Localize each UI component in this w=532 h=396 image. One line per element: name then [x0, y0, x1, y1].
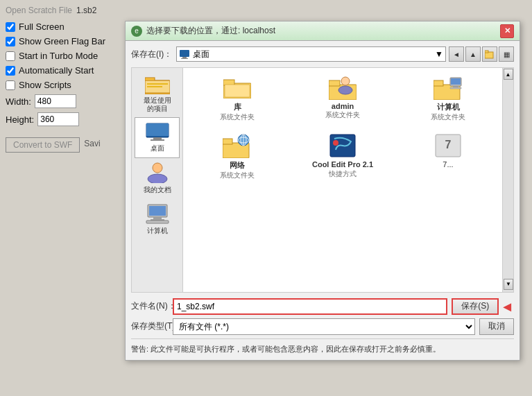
svg-rect-17 [149, 206, 166, 216]
sidebar-desktop-label: 桌面 [151, 144, 164, 153]
width-field-row: Width: [6, 92, 123, 110]
filename-row: 文件名(N)： 保存(S) ◄ [131, 298, 514, 315]
svg-rect-23 [225, 85, 250, 97]
svg-rect-12 [153, 137, 162, 139]
file-item-library[interactable]: 库 系统文件夹 [186, 71, 289, 126]
sidebar-item-documents[interactable]: 我的文档 [135, 158, 180, 199]
sidebar-item-desktop[interactable]: 桌面 [135, 117, 180, 158]
show-scripts-option: Show Scripts [6, 78, 123, 92]
svg-rect-29 [434, 80, 443, 86]
nav-back-button[interactable]: ◄ [449, 46, 464, 62]
bottom-rows: 文件名(N)： 保存(S) ◄ 保存类型(T)： 所有文件 (*.*) 取消 警… [131, 298, 514, 355]
green-flag-checkbox[interactable] [6, 37, 15, 46]
width-input[interactable] [35, 94, 76, 108]
library-type: 系统文件夹 [220, 112, 255, 122]
left-panel: Open Scratch File 1.sb2 Full Screen Show… [0, 0, 128, 396]
file-item-computer-folder[interactable]: 计算机 系统文件夹 [397, 71, 499, 126]
svg-point-26 [341, 77, 350, 85]
sidebar-computer-label: 计算机 [147, 226, 168, 236]
dialog-titlebar: e 选择要下载的位置，通过: localhost ✕ [126, 21, 520, 41]
full-screen-checkbox[interactable] [6, 22, 15, 32]
file-item-cooledit[interactable]: Cool Edit Pro 2.1 快捷方式 [291, 129, 394, 184]
filename-label: 文件名(N)： [131, 300, 173, 312]
width-label: Width: [6, 96, 31, 107]
svg-rect-32 [453, 86, 458, 87]
scrollbar[interactable]: ▲ ▼ [502, 68, 513, 292]
svg-point-14 [153, 163, 162, 173]
filename-input[interactable] [173, 298, 447, 315]
save-button[interactable]: 保存(S) [452, 298, 499, 315]
sidebar-documents-label: 我的文档 [144, 185, 171, 195]
dialog-title-left: e 选择要下载的位置，通过: localhost [131, 25, 275, 37]
full-screen-label: Full Screen [19, 21, 65, 32]
height-input[interactable] [37, 112, 79, 126]
turbo-label: Start in Turbo Mode [19, 51, 98, 61]
file-item-other[interactable]: 7 7... [397, 129, 499, 184]
save-location-label: 保存在(I)： [131, 49, 172, 60]
cooledit-icon [326, 133, 359, 158]
cooledit-name: Cool Edit Pro 2.1 [312, 160, 373, 169]
content-area: 最近使用的项目 桌面 [131, 67, 514, 293]
dialog-title: 选择要下载的位置，通过: localhost [146, 25, 275, 37]
warning-text: 警告: 此文件可能是可执行程序，或者可能包含恶意内容，因此在保存或打开之前务必慎… [131, 338, 514, 355]
new-folder-icon [485, 49, 495, 59]
dialog-close-button[interactable]: ✕ [500, 24, 514, 38]
desktop-icon [179, 49, 190, 59]
turbo-option: Start in Turbo Mode [6, 49, 123, 63]
computer-folder-type: 系统文件夹 [431, 112, 465, 122]
svg-rect-25 [329, 80, 340, 86]
show-scripts-checkbox[interactable] [6, 80, 15, 90]
desktop-icon-large [145, 122, 170, 141]
height-field-row: Height: [6, 110, 123, 128]
svg-point-42 [333, 140, 338, 146]
computer-folder-name: 计算机 [437, 102, 460, 112]
computer-folder-icon [431, 75, 465, 100]
svg-rect-4 [485, 51, 488, 53]
nav-new-folder-button[interactable] [482, 46, 497, 62]
nav-up-button[interactable]: ▲ [465, 46, 481, 62]
filetype-row: 保存类型(T)： 所有文件 (*.*) 取消 [131, 318, 514, 335]
show-scripts-label: Show Scripts [19, 80, 71, 90]
file-item-admin[interactable]: admin 系统文件夹 [291, 71, 394, 126]
save-location-row: 保存在(I)： 桌面 ▼ ◄ ▲ ▦ [131, 46, 514, 62]
save-dialog: e 选择要下载的位置，通过: localhost ✕ 保存在(I)： 桌面 ▼ … [125, 21, 520, 361]
filetype-select[interactable]: 所有文件 (*.*) [173, 318, 475, 335]
computer-icon [145, 203, 170, 224]
nav-buttons: ◄ ▲ ▦ [449, 46, 514, 62]
file-list: 库 系统文件夹 admin [183, 67, 514, 293]
sidebar-item-computer[interactable]: 计算机 [135, 199, 180, 240]
saving-text: Savi [84, 139, 100, 148]
other-icon: 7 [431, 133, 465, 158]
menu-bar: Open Scratch File 1.sb2 [6, 3, 123, 19]
svg-rect-9 [147, 86, 162, 87]
sidebar-item-recent[interactable]: 最近使用的项目 [135, 71, 180, 117]
svg-rect-1 [182, 57, 187, 58]
svg-rect-33 [450, 87, 461, 89]
auto-start-label: Automatically Start [19, 65, 94, 76]
svg-rect-11 [146, 123, 169, 136]
convert-button[interactable]: Convert to SWF [6, 137, 80, 153]
sidebar-icons: 最近使用的项目 桌面 [131, 67, 183, 293]
dialog-body: 保存在(I)： 桌面 ▼ ◄ ▲ ▦ [126, 41, 520, 360]
library-icon [221, 75, 254, 100]
save-location-value: 桌面 [193, 49, 209, 60]
auto-start-checkbox[interactable] [6, 66, 15, 76]
cancel-button[interactable]: 取消 [479, 318, 514, 335]
dialog-icon: e [131, 26, 142, 37]
dropdown-arrow: ▼ [435, 49, 443, 59]
documents-icon [145, 162, 170, 183]
nav-view-button[interactable]: ▦ [499, 46, 514, 62]
network-name: 网络 [230, 160, 245, 171]
full-screen-option: Full Screen [6, 19, 123, 34]
svg-rect-20 [146, 221, 169, 223]
save-arrow-indicator: ◄ [500, 300, 514, 313]
save-location-dropdown[interactable]: 桌面 ▼ [176, 46, 446, 62]
svg-rect-0 [180, 50, 189, 57]
file-item-network[interactable]: 网络 系统文件夹 [186, 129, 289, 184]
turbo-checkbox[interactable] [6, 51, 15, 61]
svg-point-15 [148, 174, 167, 183]
svg-rect-8 [147, 83, 168, 85]
svg-rect-18 [153, 217, 162, 219]
admin-type: 系统文件夹 [325, 110, 360, 120]
open-file-menu[interactable]: Open Scratch File [6, 6, 72, 15]
